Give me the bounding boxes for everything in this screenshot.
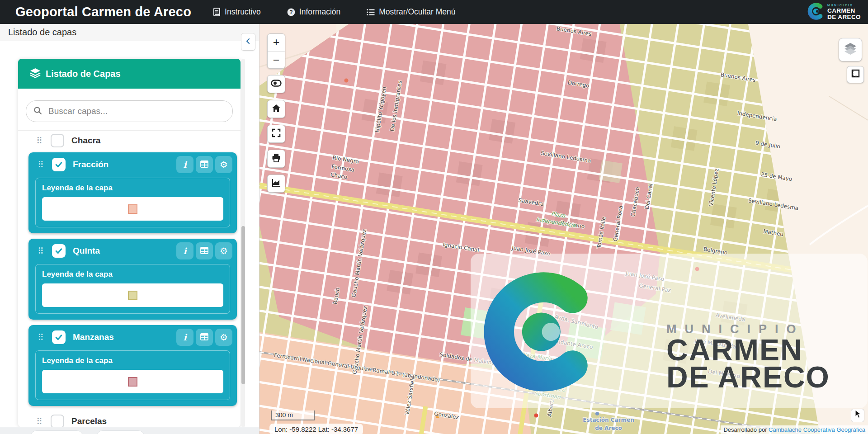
gear-icon: ⚙ [220,245,228,256]
info-icon: i [183,332,186,342]
layer-card-manzanas: ⠿Manzanasi⚙Leyenda de la capa [28,325,237,406]
drag-handle-icon[interactable]: ⠿ [38,246,52,256]
legend-swatch [128,204,137,214]
layer-table-button[interactable] [196,329,213,346]
scale-bar: 300 m [271,410,315,420]
scrollbar-thumb[interactable] [241,226,245,384]
brand-line-municipio: MUNICIPIO [827,4,861,7]
sidebar-title: Listado de capas [0,24,259,41]
layer-checkbox[interactable] [52,244,66,258]
info-icon: i [183,160,186,170]
sidebar-bottom-strip [0,427,259,434]
layer-name: Fracción [73,160,174,170]
fullscreen-icon [272,128,281,139]
nav-item-label: Mostrar/Ocultar Menú [379,7,455,17]
layer-name: Chacra [71,136,100,146]
municipio-c-logo-large [479,272,599,394]
map-label: de Areco [595,425,622,431]
mouse-cursor [855,410,863,420]
search-input[interactable] [47,106,225,117]
basemap-layers-button[interactable] [839,38,862,61]
chevron-left-icon [245,38,252,47]
layer-card-fraccion: ⠿Fraccióni⚙Leyenda de la capa [28,152,237,233]
mouse-coordinates: Lon: -59.8222 Lat: -34.3677 [269,424,363,434]
measure-button[interactable] [847,66,864,83]
layer-info-button[interactable]: i [176,156,193,173]
layer-settings-button[interactable]: ⚙ [215,242,232,259]
municipio-c-icon [807,3,824,22]
layer-panel-title: Listado de Capas [46,69,121,79]
layer-card-header: ⠿Manzanasi⚙ [28,325,237,349]
nav-item-informacion[interactable]: ? Información [287,7,340,17]
book-icon [213,8,221,16]
municipality-watermark: MUNICIPIO CARMEN DE ARECO [471,254,868,408]
sidebar-collapse-button[interactable] [241,33,255,51]
layer-legend: Leyenda de la capa [35,264,230,314]
layers-sidebar: Listado de capas Listado de Capas ⠿Chacr… [0,24,259,434]
nav-item-toggle-menu[interactable]: Mostrar/Ocultar Menú [367,7,455,17]
gear-icon: ⚙ [220,332,228,343]
layer-checkbox[interactable] [52,158,66,171]
nav-item-instructivo[interactable]: Instructivo [213,7,261,17]
print-button[interactable] [267,150,285,168]
list-menu-icon [367,9,375,16]
layers-gray-icon [843,42,858,58]
layer-checkbox[interactable] [52,330,66,344]
layer-row-parcelas: ⠿Parcelas [18,411,241,427]
legend-box [42,283,223,307]
map-attribution: Desarrollado por Cambalache Cooperativa … [721,425,868,434]
poi-dot [344,79,349,83]
map-label: Estación Carmen [583,417,634,423]
layer-row-chacra: ⠿Chacra [18,131,241,151]
attribution-link[interactable]: Cambalache Cooperativa Geográfica [769,426,865,433]
layer-name: Manzanas [73,332,174,342]
area-chart-icon [272,178,281,189]
layer-settings-button[interactable]: ⚙ [215,156,232,173]
question-circle-icon: ? [287,8,295,16]
layer-card-header: ⠿Quintai⚙ [28,239,237,263]
svg-text:?: ? [289,9,292,15]
layers-stack-icon [30,67,41,80]
layer-legend: Leyenda de la capa [35,178,230,227]
toggle-icon [271,80,282,89]
app-title: Geoportal Carmen de Areco [15,5,191,19]
municipality-logo: MUNICIPIO CARMEN DE ARECO [807,3,861,22]
navbar-menu: Instructivo ? Información Mostrar/Oculta… [213,7,455,17]
bottom-action-button[interactable] [96,430,145,434]
brand-line-carmen: CARMEN [827,8,861,14]
nav-item-label: Instructivo [225,7,261,17]
drag-handle-icon[interactable]: ⠿ [36,416,51,426]
drag-handle-icon[interactable]: ⠿ [36,136,51,146]
top-navbar: Geoportal Carmen de Areco Instructivo ? … [0,0,868,24]
layer-name: Parcelas [71,416,107,426]
chart-button[interactable] [267,175,285,193]
zoom-in-button[interactable]: + [268,34,285,52]
toggle-layers-button[interactable] [267,75,285,93]
layer-checkbox[interactable] [51,415,64,427]
fullscreen-button[interactable] [267,125,285,143]
home-icon [272,104,281,114]
bottom-action-button[interactable] [30,430,83,434]
printer-icon [272,153,281,164]
drag-handle-icon[interactable]: ⠿ [38,332,52,342]
layer-settings-button[interactable]: ⚙ [215,329,232,346]
table-icon [200,247,208,255]
info-icon: i [183,246,186,256]
map-canvas[interactable]: Buenos AiresBuenos AiresDorregoIndepende… [259,24,868,434]
sidebar-scrollbar[interactable] [241,59,245,427]
watermark-carmen: CARMEN [666,336,830,363]
layer-table-button[interactable] [196,242,213,259]
table-icon [200,160,208,169]
brand-line-deareco: DE ARECO [827,14,861,20]
zoom-out-button[interactable]: − [268,52,285,69]
layer-table-button[interactable] [196,156,213,173]
layer-info-button[interactable]: i [176,329,193,346]
gear-icon: ⚙ [220,159,228,170]
measure-icon [850,69,860,80]
drag-handle-icon[interactable]: ⠿ [38,160,52,170]
layer-card-quinta: ⠿Quintai⚙Leyenda de la capa [28,239,237,320]
home-extent-button[interactable] [267,100,285,118]
layer-checkbox[interactable] [51,134,64,147]
nav-item-label: Información [299,7,340,17]
layer-info-button[interactable]: i [176,242,193,259]
